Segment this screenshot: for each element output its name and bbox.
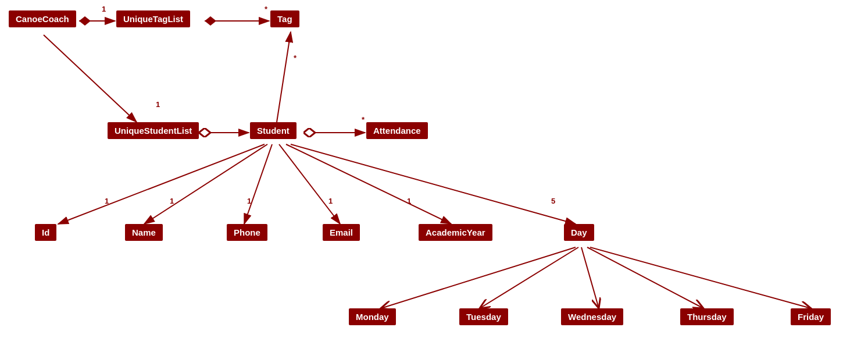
diagram-lines — [0, 0, 868, 345]
node-tag: Tag — [270, 10, 299, 27]
svg-line-11 — [244, 144, 272, 224]
node-canoe-coach: CanoeCoach — [9, 10, 76, 27]
svg-line-15 — [381, 247, 576, 308]
node-email: Email — [323, 224, 360, 241]
node-academic-year: AcademicYear — [419, 224, 492, 241]
mult-1-name: 1 — [170, 197, 174, 205]
node-day: Day — [564, 224, 594, 241]
node-id: Id — [35, 224, 56, 241]
mult-1-email: 1 — [328, 197, 333, 205]
mult-1-id: 1 — [105, 197, 109, 205]
svg-line-16 — [480, 247, 578, 308]
svg-line-5 — [277, 32, 291, 122]
svg-line-17 — [581, 247, 599, 308]
svg-line-18 — [587, 247, 703, 308]
node-phone: Phone — [227, 224, 267, 241]
svg-line-6 — [44, 35, 137, 122]
mult-1-utaglist: 1 — [102, 5, 106, 13]
node-attendance: Attendance — [366, 122, 428, 139]
svg-line-14 — [291, 144, 576, 224]
node-wednesday: Wednesday — [561, 308, 623, 325]
node-friday: Friday — [791, 308, 831, 325]
node-unique-student-list: UniqueStudentList — [108, 122, 199, 139]
svg-line-19 — [590, 247, 811, 308]
svg-line-13 — [286, 144, 451, 224]
svg-line-9 — [58, 144, 265, 224]
mult-star-attendance: * — [362, 115, 365, 124]
node-unique-tag-list: UniqueTagList — [116, 10, 190, 27]
mult-5-day: 5 — [551, 197, 555, 205]
mult-star-tag: * — [265, 5, 267, 13]
node-tuesday: Tuesday — [459, 308, 508, 325]
svg-line-12 — [279, 144, 340, 224]
mult-1-student: 1 — [156, 100, 160, 109]
mult-star-tag2: * — [294, 54, 297, 62]
svg-line-10 — [144, 144, 267, 224]
node-name: Name — [125, 224, 163, 241]
mult-1-academic: 1 — [407, 197, 411, 205]
node-thursday: Thursday — [680, 308, 734, 325]
node-student: Student — [250, 122, 297, 139]
uml-diagram: CanoeCoach UniqueTagList Tag UniqueStude… — [0, 0, 868, 345]
mult-1-phone: 1 — [247, 197, 251, 205]
node-monday: Monday — [349, 308, 396, 325]
